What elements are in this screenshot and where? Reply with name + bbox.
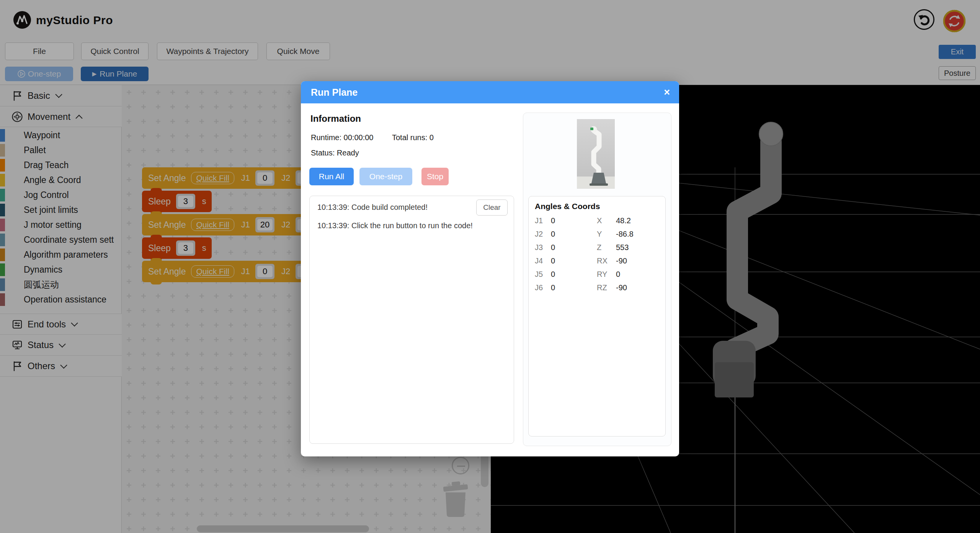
log-entry: 10:13:39: Click the run button to run th… (317, 221, 473, 230)
clear-label: Clear (483, 203, 500, 212)
coord-label: Y (597, 230, 602, 239)
total-runs-value: Total runs: 0 (392, 133, 434, 142)
angles-row: J2 0 Y -86.8 (529, 230, 666, 243)
clear-log-button[interactable]: Clear (476, 199, 508, 216)
joint-label: J4 (535, 257, 543, 265)
joint-label: J6 (535, 283, 543, 292)
runtime-value: Runtime: 00:00:00 (311, 133, 373, 142)
run-all-label: Run All (319, 172, 345, 181)
coord-label: Z (597, 243, 601, 252)
run-log-panel: Clear 10:13:39: Code build completed! 10… (309, 196, 514, 444)
angles-row: J4 0 RX -90 (529, 257, 666, 270)
coord-label: RX (597, 257, 608, 265)
coord-value: 0 (616, 270, 620, 279)
status-value: Status: Ready (311, 149, 359, 157)
joint-value: 0 (551, 230, 555, 239)
angles-row: J6 0 RZ -90 (529, 283, 666, 297)
angles-row: J5 0 RY 0 (529, 270, 666, 283)
joint-label: J2 (535, 230, 543, 239)
coord-value: -90 (616, 257, 627, 265)
runtime-line: Runtime: 00:00:00 Total runs: 0 (311, 133, 373, 142)
log-time: 10:13:39: (317, 221, 349, 230)
app-window: myStudio Pro File Quick Control Waypoint… (0, 0, 980, 533)
information-heading: Information (310, 113, 361, 124)
dialog-title: Run Plane (311, 87, 358, 98)
stop-label: Stop (427, 172, 443, 181)
coord-value: 553 (616, 243, 629, 252)
coord-label: RY (597, 270, 607, 279)
one-step-button[interactable]: One-step (359, 168, 412, 185)
log-message: Code build completed! (351, 203, 428, 211)
angles-row: J1 0 X 48.2 (529, 216, 666, 230)
coord-value: 48.2 (616, 216, 631, 225)
joint-label: J3 (535, 243, 543, 252)
coord-label: RZ (597, 283, 607, 292)
run-all-button[interactable]: Run All (309, 168, 354, 185)
angles-coords-heading: Angles & Coords (535, 202, 600, 211)
joint-value: 0 (551, 257, 555, 265)
run-plane-dialog: Run Plane × Information Runtime: 00:00:0… (301, 81, 679, 456)
robot-status-panel: Angles & Coords J1 0 X 48.2 J2 0 Y -86.8… (523, 113, 671, 446)
angles-coords-panel: Angles & Coords J1 0 X 48.2 J2 0 Y -86.8… (528, 196, 666, 437)
joint-value: 0 (551, 243, 555, 252)
robot-photo (577, 119, 615, 189)
coord-label: X (597, 216, 602, 225)
dialog-header[interactable]: Run Plane × (301, 81, 679, 103)
one-step-label: One-step (369, 172, 402, 181)
joint-label: J1 (535, 216, 543, 225)
log-time: 10:13:39: (317, 203, 349, 211)
joint-value: 0 (551, 216, 555, 225)
close-icon[interactable]: × (664, 87, 670, 98)
joint-value: 0 (551, 283, 555, 292)
log-entry: 10:13:39: Code build completed! (317, 203, 428, 212)
joint-value: 0 (551, 270, 555, 279)
angles-row: J3 0 Z 553 (529, 243, 666, 257)
joint-label: J5 (535, 270, 543, 279)
stop-button[interactable]: Stop (421, 168, 449, 185)
log-message: Click the run button to run the code! (351, 221, 473, 230)
coord-value: -86.8 (616, 230, 634, 239)
coord-value: -90 (616, 283, 627, 292)
